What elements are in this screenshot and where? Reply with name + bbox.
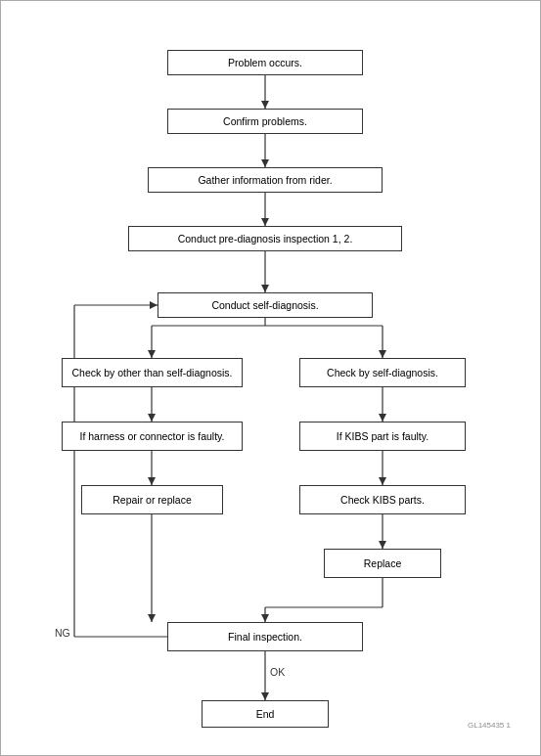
svg-marker-11 (148, 350, 156, 358)
svg-marker-14 (379, 350, 386, 358)
watermark: GL145435 1 (468, 721, 511, 730)
svg-marker-36 (150, 301, 158, 309)
flowchart: Problem occurs. Confirm problems. Gather… (21, 21, 520, 735)
box-check-kibs: Check KIBS parts. (299, 485, 466, 514)
svg-marker-22 (379, 477, 386, 485)
label-ng: NG (55, 627, 70, 639)
box-check-other: Check by other than self-diagnosis. (62, 358, 243, 387)
svg-marker-1 (261, 101, 269, 109)
svg-marker-18 (379, 414, 386, 422)
box-final-inspection: Final inspection. (167, 622, 363, 651)
label-ok: OK (270, 666, 285, 678)
box-self-diagnosis: Conduct self-diagnosis. (158, 292, 373, 318)
box-gather-info: Gather information from rider. (148, 167, 383, 193)
box-kibs-faulty: If KIBS part is faulty. (299, 422, 466, 451)
svg-marker-7 (261, 285, 269, 292)
box-pre-diagnosis: Conduct pre-diagnosis inspection 1, 2. (128, 226, 402, 251)
svg-marker-26 (379, 541, 386, 549)
svg-marker-16 (148, 414, 156, 422)
box-check-self: Check by self-diagnosis. (299, 358, 466, 387)
box-end: End (202, 700, 329, 728)
svg-marker-30 (261, 614, 269, 622)
page: Problem occurs. Confirm problems. Gather… (0, 0, 541, 756)
svg-marker-32 (261, 692, 269, 700)
box-confirm-problems: Confirm problems. (167, 109, 363, 134)
svg-marker-3 (261, 159, 269, 167)
svg-marker-20 (148, 477, 156, 485)
box-problem-occurs: Problem occurs. (167, 50, 363, 75)
svg-marker-24 (148, 614, 156, 622)
box-harness-faulty: If harness or connector is faulty. (62, 422, 243, 451)
svg-marker-5 (261, 218, 269, 226)
box-replace: Replace (324, 549, 441, 578)
box-repair-replace: Repair or replace (81, 485, 223, 514)
